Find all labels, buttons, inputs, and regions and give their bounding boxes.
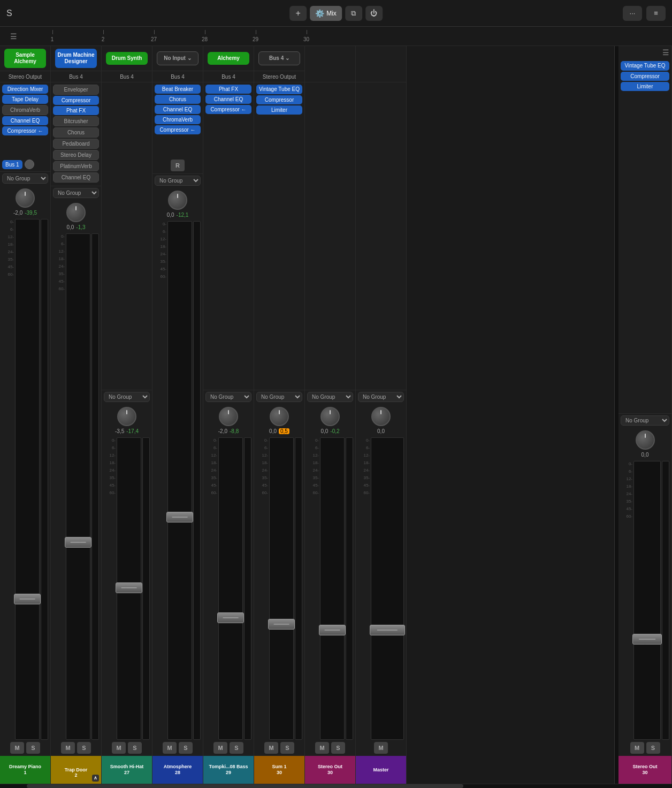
pan-knob-28[interactable] [168, 191, 187, 210]
hamburger-icon[interactable]: ☰ [0, 32, 27, 41]
plugin-compressor-right[interactable]: Compressor [621, 72, 669, 81]
fader-handle-29[interactable] [217, 612, 244, 623]
add-button[interactable]: + [289, 6, 307, 21]
fader-handle-stereo-out[interactable] [319, 625, 346, 635]
mute-btn-master[interactable]: M [374, 742, 388, 754]
knob-row-27 [102, 404, 152, 427]
solo-btn-right[interactable]: S [646, 742, 660, 754]
mute-btn-sum1[interactable]: M [264, 742, 278, 754]
channel-label-stereo-out[interactable]: Stereo Out 30 [305, 756, 355, 784]
channel-label-right[interactable]: Stereo Out 30 [618, 756, 671, 784]
no-group-select-27[interactable]: No Group [104, 392, 150, 402]
no-group-select-master[interactable]: No Group [358, 392, 404, 402]
instrument-btn-sum1[interactable]: Bus 4 ⌄ [258, 51, 300, 65]
no-group-select-28[interactable]: No Group [155, 176, 201, 186]
solo-btn-sum1[interactable]: S [280, 742, 294, 754]
solo-btn-29[interactable]: S [230, 742, 243, 754]
solo-btn-28[interactable]: S [179, 742, 193, 754]
channel-label-sum1[interactable]: Sum 1 30 [254, 756, 304, 784]
fader-handle-master[interactable] [370, 625, 405, 635]
solo-btn-stereo-out[interactable]: S [331, 742, 345, 754]
instrument-btn-29[interactable]: Alchemy [208, 52, 249, 65]
no-group-select-2[interactable]: No Group [53, 188, 99, 198]
plugin-limiter-right[interactable]: Limiter [621, 82, 669, 91]
fader-handle-sum1[interactable] [268, 619, 295, 630]
plugin-phat-fx-29[interactable]: Phat FX [205, 85, 251, 94]
plugin-tape-delay[interactable]: Tape Delay [2, 95, 48, 104]
plugin-compressor-arrow-28[interactable]: Compressor ← [155, 125, 201, 134]
plugin-chorus-28[interactable]: Chorus [155, 95, 201, 104]
mute-btn-2[interactable]: M [61, 742, 75, 754]
record-btn-28[interactable]: R [171, 160, 185, 171]
mute-btn-28[interactable]: M [163, 742, 177, 754]
fader-handle-28[interactable] [166, 512, 193, 522]
pan-knob-27[interactable] [117, 407, 136, 426]
channel-label-master[interactable]: Master [356, 756, 406, 784]
no-group-select-stereo-out[interactable]: No Group [307, 392, 353, 402]
mute-btn-right[interactable]: M [630, 742, 644, 754]
scroll-bar[interactable] [0, 784, 672, 788]
channel-label-28[interactable]: Atmosphere 28 [152, 756, 203, 784]
instrument-btn-1[interactable]: Sample Alchemy [4, 49, 46, 68]
plugin-direction-mixer[interactable]: Direction Mixer [2, 85, 48, 94]
settings-icon[interactable]: ☰ [662, 48, 669, 57]
plugin-compressor-arrow-1[interactable]: Compressor ← [2, 126, 48, 135]
pan-knob-master[interactable] [371, 407, 391, 426]
more-button[interactable]: ··· [623, 6, 642, 21]
plugin-chorus-2[interactable]: Chorus [53, 127, 99, 138]
no-group-select-29[interactable]: No Group [205, 392, 251, 402]
plugin-enveloper[interactable]: Enveloper [53, 85, 99, 95]
plugin-compressor-sum1[interactable]: Compressor [256, 95, 302, 104]
plugin-chromaverb-28[interactable]: ChromaVerb [155, 115, 201, 124]
plugin-bitcrusher[interactable]: Bitcrusher [53, 116, 99, 126]
instrument-btn-27[interactable]: Drum Synth [106, 52, 148, 65]
mute-btn-27[interactable]: M [112, 742, 126, 754]
instrument-btn-28[interactable]: No Input ⌄ [157, 51, 198, 65]
plugin-platinumverb[interactable]: PlatinumVerb [53, 161, 99, 171]
fader-handle-2[interactable] [65, 537, 91, 548]
channel-label-2[interactable]: Trap Door 2 ∧ [51, 756, 101, 784]
pan-knob-stereo-out[interactable] [320, 407, 340, 426]
no-group-select-1[interactable]: No Group [2, 173, 48, 184]
power-button[interactable]: ⏻ [365, 6, 383, 21]
fader-handle-right[interactable] [632, 634, 662, 645]
plugin-compressor-2[interactable]: Compressor [53, 96, 99, 105]
solo-btn-2[interactable]: S [77, 742, 91, 754]
solo-btn-1[interactable]: S [26, 742, 40, 754]
pan-knob-29[interactable] [219, 407, 238, 426]
plugin-channel-eq-29[interactable]: Channel EQ [205, 95, 251, 104]
plugin-pedalboard[interactable]: Pedalboard [53, 139, 99, 149]
mix-button[interactable]: ⚙️ Mix [310, 6, 342, 21]
plugin-stereo-delay[interactable]: Stereo Delay [53, 150, 99, 160]
pan-knob-1[interactable] [16, 188, 35, 208]
plugin-beat-breaker[interactable]: Beat Breaker [155, 85, 201, 94]
pan-knob-2[interactable] [66, 203, 86, 222]
channel-label-27[interactable]: Smooth Hi-Hat 27 [102, 756, 152, 784]
mute-btn-29[interactable]: M [213, 742, 227, 754]
channel-label-29[interactable]: Tompki...08 Bass 29 [203, 756, 254, 784]
plugin-vintage-tube-eq-sum1[interactable]: Vintage Tube EQ [256, 85, 302, 94]
mute-btn-stereo-out[interactable]: M [315, 742, 329, 754]
menu-button[interactable]: ≡ [646, 6, 666, 21]
plugin-channel-eq-1[interactable]: Channel EQ [2, 116, 48, 125]
plugin-compressor-arrow-29[interactable]: Compressor ← [205, 105, 251, 114]
plugin-limiter-sum1[interactable]: Limiter [256, 105, 302, 115]
plugin-chromaverb-1[interactable]: ChromaVerb [2, 105, 48, 115]
pan-knob-sum1[interactable] [270, 407, 289, 426]
fader-handle-27[interactable] [116, 582, 142, 593]
mute-btn-1[interactable]: M [10, 742, 24, 754]
no-group-row-28: No Group [152, 173, 203, 187]
pan-knob-right[interactable] [636, 430, 655, 450]
plugin-vintage-tube-eq-right[interactable]: Vintage Tube EQ [621, 61, 669, 71]
bus-btn-1[interactable]: Bus 1 [2, 160, 22, 169]
no-group-select-right[interactable]: No Group [621, 415, 669, 426]
plugin-channel-eq-2b[interactable]: Channel EQ [53, 172, 99, 183]
solo-btn-27[interactable]: S [128, 742, 142, 754]
copy-button[interactable]: ⧉ [345, 6, 362, 21]
no-group-select-sum1[interactable]: No Group [256, 392, 302, 402]
plugin-phat-fx-2[interactable]: Phat FX [53, 106, 99, 115]
plugin-channel-eq-28[interactable]: Channel EQ [155, 105, 201, 114]
fader-handle-1[interactable] [14, 594, 41, 604]
channel-label-1[interactable]: Dreamy Piano 1 [0, 756, 50, 784]
instrument-btn-2[interactable]: Drum Machine Designer [55, 49, 97, 68]
